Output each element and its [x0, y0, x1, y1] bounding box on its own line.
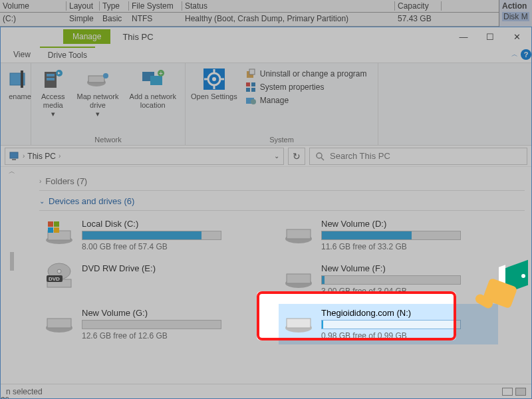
- svg-rect-28: [10, 152, 18, 158]
- view-tab[interactable]: View: [4, 47, 40, 62]
- drive-label: New Volume (F:): [321, 263, 494, 273]
- usage-bar: [321, 275, 461, 285]
- status-selected: n selected: [6, 387, 43, 396]
- manage-tab[interactable]: Manage: [63, 29, 110, 44]
- drive-label: Local Disk (C:): [82, 219, 255, 229]
- usage-bar: [321, 231, 461, 240]
- search-box[interactable]: [309, 148, 527, 165]
- svg-text:+: +: [159, 70, 163, 77]
- minimize-button[interactable]: —: [450, 28, 477, 45]
- svg-rect-46: [287, 274, 311, 283]
- svg-text:DVD: DVD: [49, 276, 60, 282]
- svg-rect-10: [150, 76, 162, 85]
- drive-local-c[interactable]: Local Disk (C:) 8.00 GB free of 57.4 GB: [39, 215, 259, 255]
- drive-free-text: 8.00 GB free of 57.4 GB: [82, 242, 255, 251]
- svg-rect-37: [54, 227, 59, 233]
- row-type: Basic: [100, 14, 129, 23]
- col-status: Status: [182, 1, 395, 11]
- svg-rect-25: [251, 88, 255, 92]
- row-capacity: 57.43 GB: [395, 14, 442, 23]
- nav-pane-sliver: ︿ mes: [1, 167, 21, 398]
- dvd-drive-icon: DVD: [43, 263, 75, 290]
- svg-point-41: [57, 269, 61, 273]
- usage-bar: [82, 320, 221, 329]
- search-icon: [315, 152, 325, 161]
- open-settings-button[interactable]: Open Settings: [190, 66, 239, 134]
- drive-thegioididong-n[interactable]: Thegioididong.com (N:) 0.98 GB free of 0…: [279, 304, 498, 344]
- svg-rect-4: [47, 78, 55, 80]
- drive-dvd-e[interactable]: DVD DVD RW Drive (E:): [39, 259, 259, 300]
- col-capacity: Capacity: [395, 1, 442, 11]
- close-button[interactable]: ✕: [503, 28, 530, 45]
- maximize-button[interactable]: ☐: [477, 28, 503, 45]
- add-network-icon: +: [141, 67, 165, 91]
- pointer-hand-icon: [475, 265, 528, 311]
- refresh-button[interactable]: ↻: [288, 148, 305, 165]
- svg-line-31: [321, 158, 324, 160]
- devices-section-header[interactable]: ⌄ Devices and drives (6): [39, 196, 525, 206]
- add-network-location-button[interactable]: + Add a network location: [125, 66, 181, 134]
- window-title: This PC: [122, 32, 153, 42]
- tiles-view-icon[interactable]: [515, 388, 526, 396]
- breadcrumb-this-pc[interactable]: This PC: [27, 152, 56, 161]
- drive-label: DVD RW Drive (E:): [82, 263, 255, 273]
- drive-label: Thegioididong.com (N:): [321, 308, 494, 318]
- content-area: ︿ mes › Folders (7) ⌄ Devices and drives…: [1, 167, 531, 398]
- drive-label: New Volume (G:): [82, 308, 255, 318]
- system-properties-button[interactable]: System properties: [245, 82, 367, 92]
- menubar: View Drive Tools ︿ ?: [1, 46, 531, 63]
- hdd-icon: [283, 308, 315, 334]
- details-view-icon[interactable]: [502, 388, 513, 396]
- drive-label: New Volume (D:): [321, 219, 494, 229]
- drive-free-text: 3.00 GB free of 3.04 GB: [321, 287, 494, 296]
- collapse-ribbon-icon[interactable]: ︿: [511, 50, 518, 59]
- search-input[interactable]: [330, 151, 521, 161]
- drive-new-volume-d[interactable]: New Volume (D:) 11.6 GB free of 33.2 GB: [279, 215, 498, 255]
- svg-rect-36: [48, 227, 53, 233]
- drive-tools-tab[interactable]: Drive Tools: [40, 47, 95, 63]
- network-group-label: Network: [35, 134, 181, 144]
- chevron-right-icon: ›: [39, 178, 41, 185]
- folders-section-header[interactable]: › Folders (7): [39, 176, 525, 186]
- diskmgmt-side-panel: Action Disk M: [499, 0, 532, 27]
- breadcrumb-dropdown-icon[interactable]: ⌄: [274, 152, 279, 160]
- svg-rect-39: [287, 229, 311, 239]
- svg-rect-7: [88, 76, 104, 82]
- uninstall-program-button[interactable]: Uninstall or change a program: [245, 68, 367, 79]
- chevron-down-icon: ⌄: [39, 198, 45, 205]
- this-pc-icon: [9, 151, 20, 162]
- address-bar: › This PC › ⌄ ↻: [1, 146, 531, 167]
- svg-point-15: [212, 77, 216, 81]
- help-icon[interactable]: ?: [521, 49, 531, 60]
- svg-rect-21: [249, 69, 255, 74]
- svg-rect-29: [12, 159, 16, 160]
- row-fs: NTFS: [129, 14, 182, 23]
- svg-rect-48: [47, 319, 71, 328]
- map-network-drive-button[interactable]: Map network drive▾: [75, 66, 121, 134]
- svg-rect-35: [54, 221, 59, 227]
- manage-button[interactable]: Manage: [245, 95, 367, 106]
- breadcrumb[interactable]: › This PC › ⌄: [5, 148, 284, 165]
- nav-selection: [10, 252, 14, 271]
- hdd-icon: [43, 308, 75, 334]
- col-fs: File System: [129, 1, 182, 11]
- usage-bar: [321, 320, 461, 329]
- drives-grid: Local Disk (C:) 8.00 GB free of 57.4 GB …: [39, 215, 525, 344]
- manage-icon: [245, 95, 256, 106]
- col-volume: Volume: [0, 1, 66, 11]
- sysprops-icon: [245, 82, 256, 92]
- svg-point-27: [251, 99, 256, 104]
- scroll-up-icon[interactable]: ︿: [9, 167, 15, 176]
- svg-rect-3: [47, 74, 55, 76]
- row-volume: (C:): [0, 14, 66, 23]
- drive-new-volume-f[interactable]: New Volume (F:) 3.00 GB free of 3.04 GB: [279, 259, 498, 300]
- hdd-icon: [283, 263, 315, 290]
- status-bar: n selected: [1, 384, 531, 398]
- drive-new-volume-g[interactable]: New Volume (G:) 12.6 GB free of 12.6 GB: [39, 304, 259, 344]
- access-media-button[interactable]: Access media▾: [35, 66, 71, 134]
- col-layout: Layout: [66, 1, 100, 11]
- ribbon: ename Access media▾ Map network drive▾: [1, 63, 531, 146]
- svg-rect-50: [287, 319, 311, 328]
- svg-point-30: [317, 153, 322, 158]
- media-server-icon: [41, 67, 65, 91]
